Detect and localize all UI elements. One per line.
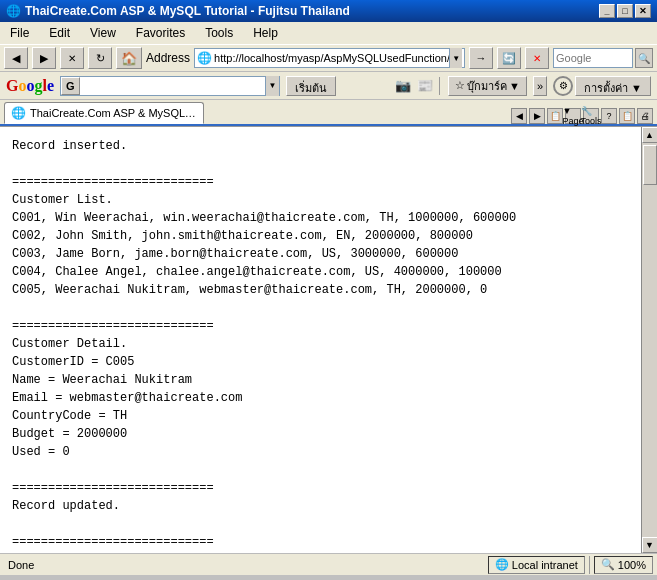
- separator-1: ============================: [12, 173, 629, 191]
- menu-edit[interactable]: Edit: [43, 24, 76, 42]
- zone-text: Local intranet: [512, 559, 578, 571]
- page-content: Record inserted. =======================…: [0, 127, 641, 553]
- menu-bar: File Edit View Favorites Tools Help: [0, 22, 657, 44]
- settings-button[interactable]: การตั้งค่า ▼: [575, 76, 651, 96]
- back-button[interactable]: ◀: [4, 47, 28, 69]
- status-right: 🌐 Local intranet 🔍 100%: [488, 556, 653, 574]
- go-button[interactable]: →: [469, 47, 493, 69]
- status-separator: [589, 556, 590, 574]
- address-bar: Address 🌐 ▼: [146, 48, 465, 68]
- menu-file[interactable]: File: [4, 24, 35, 42]
- customer-c004: C004, Chalee Angel, chalee.angel@thaicre…: [12, 263, 629, 281]
- scroll-down-button[interactable]: ▼: [642, 537, 658, 553]
- scroll-thumb[interactable]: [643, 145, 657, 185]
- tab-help-btn[interactable]: ?: [601, 108, 617, 124]
- vertical-scrollbar: ▲ ▼: [641, 127, 657, 553]
- separator-2: ============================: [12, 317, 629, 335]
- separator-4: ============================: [12, 533, 629, 551]
- detail-email: Email = webmaster@thaicreate.com: [12, 389, 629, 407]
- tab-scroll-right[interactable]: ▶: [529, 108, 545, 124]
- tab-add-btn[interactable]: 📋: [547, 108, 563, 124]
- address-label: Address: [146, 51, 190, 65]
- record-deleted: Record deleted.: [12, 551, 629, 553]
- zoom-icon: 🔍: [601, 558, 615, 571]
- tab-page-btn[interactable]: ▼ Page: [565, 108, 581, 124]
- forward-button[interactable]: ▶: [32, 47, 56, 69]
- search-input-wrap: [553, 48, 633, 68]
- customer-c005: C005, Weerachai Nukitram, webmaster@thai…: [12, 281, 629, 299]
- address-input-wrap: 🌐 ▼: [194, 48, 465, 68]
- title-bar: 🌐 ThaiCreate.Com ASP & MySQL Tutorial - …: [0, 0, 657, 22]
- google-g-button[interactable]: G: [61, 77, 80, 95]
- google-logo: Google: [6, 77, 54, 95]
- title-bar-left: 🌐 ThaiCreate.Com ASP & MySQL Tutorial - …: [6, 4, 350, 18]
- record-inserted: Record inserted.: [12, 137, 629, 155]
- google-search-input[interactable]: [80, 80, 265, 92]
- home-button[interactable]: 🏠: [116, 47, 142, 69]
- menu-tools[interactable]: Tools: [199, 24, 239, 42]
- address-input[interactable]: [214, 52, 449, 64]
- page-icon: 🌐: [197, 51, 212, 65]
- status-zoom: 🔍 100%: [594, 556, 653, 574]
- google-search-wrap: G ▼: [60, 76, 280, 96]
- detail-budget: Budget = 2000000: [12, 425, 629, 443]
- window-title: ThaiCreate.Com ASP & MySQL Tutorial - Fu…: [25, 4, 350, 18]
- title-bar-controls: _ □ ✕: [599, 4, 651, 18]
- more-button[interactable]: »: [533, 76, 547, 96]
- menu-help[interactable]: Help: [247, 24, 284, 42]
- stop-nav-button[interactable]: ✕: [525, 47, 549, 69]
- tab-nav-btn-2[interactable]: 🖨: [637, 108, 653, 124]
- menu-favorites[interactable]: Favorites: [130, 24, 191, 42]
- detail-used: Used = 0: [12, 443, 629, 461]
- zoom-text: 100%: [618, 559, 646, 571]
- google-search-dropdown[interactable]: ▼: [265, 76, 279, 96]
- tab-icon: 🌐: [11, 106, 26, 120]
- toolbar-icon-2[interactable]: 📰: [415, 76, 435, 96]
- google-go-button[interactable]: เริ่มต้น: [286, 76, 336, 96]
- star-icon: ☆: [455, 79, 465, 92]
- close-button[interactable]: ✕: [635, 4, 651, 18]
- menu-view[interactable]: View: [84, 24, 122, 42]
- settings-icon: ⚙: [553, 76, 573, 96]
- refresh-nav-button[interactable]: 🔄: [497, 47, 521, 69]
- record-updated: Record updated.: [12, 497, 629, 515]
- google-toolbar: Google G ▼ เริ่มต้น 📷 📰 ☆ บุ๊กมาร์ค ▼ » …: [0, 72, 657, 100]
- toolbar-icons: 📷 📰: [393, 76, 442, 96]
- stop-button[interactable]: ✕: [60, 47, 84, 69]
- content-area: Record inserted. =======================…: [0, 127, 657, 553]
- tab-tools-btn[interactable]: 🔧 Tools: [583, 108, 599, 124]
- settings-area: ⚙ การตั้งค่า ▼: [553, 76, 651, 96]
- status-text: Done: [4, 559, 488, 571]
- nav-bar: ◀ ▶ ✕ ↻ 🏠 Address 🌐 ▼ → 🔄 ✕ 🔍: [0, 44, 657, 72]
- toolbar-separator: [439, 77, 440, 95]
- customer-list-header: Customer List.: [12, 191, 629, 209]
- detail-countrycode: CountryCode = TH: [12, 407, 629, 425]
- zone-icon: 🌐: [495, 558, 509, 571]
- toolbar-icon-1[interactable]: 📷: [393, 76, 413, 96]
- tab-nav-btn-1[interactable]: 📋: [619, 108, 635, 124]
- customer-detail-header: Customer Detail.: [12, 335, 629, 353]
- customer-c003: C003, Jame Born, jame.born@thaicreate.co…: [12, 245, 629, 263]
- status-zone: 🌐 Local intranet: [488, 556, 585, 574]
- search-input[interactable]: [556, 52, 630, 64]
- tab-label: ThaiCreate.Com ASP & MySQL Tuto...: [30, 107, 197, 119]
- separator-3: ============================: [12, 479, 629, 497]
- search-area: 🔍: [553, 48, 653, 68]
- scroll-track[interactable]: [642, 143, 657, 537]
- bookmark-label: บุ๊กมาร์ค: [467, 77, 507, 95]
- address-dropdown-button[interactable]: ▼: [449, 48, 462, 68]
- refresh-button[interactable]: ↻: [88, 47, 112, 69]
- active-tab[interactable]: 🌐 ThaiCreate.Com ASP & MySQL Tuto...: [4, 102, 204, 124]
- tab-scroll-left[interactable]: ◀: [511, 108, 527, 124]
- minimize-button[interactable]: _: [599, 4, 615, 18]
- customer-c001: C001, Win Weerachai, win.weerachai@thaic…: [12, 209, 629, 227]
- bookmark-dropdown-icon: ▼: [509, 80, 520, 92]
- detail-customerid: CustomerID = C005: [12, 353, 629, 371]
- detail-name: Name = Weerachai Nukitram: [12, 371, 629, 389]
- bookmark-button[interactable]: ☆ บุ๊กมาร์ค ▼: [448, 76, 527, 96]
- status-bar: Done 🌐 Local intranet 🔍 100%: [0, 553, 657, 575]
- maximize-button[interactable]: □: [617, 4, 633, 18]
- scroll-up-button[interactable]: ▲: [642, 127, 658, 143]
- search-button[interactable]: 🔍: [635, 48, 653, 68]
- tab-bar: 🌐 ThaiCreate.Com ASP & MySQL Tuto... ◀ ▶…: [0, 100, 657, 126]
